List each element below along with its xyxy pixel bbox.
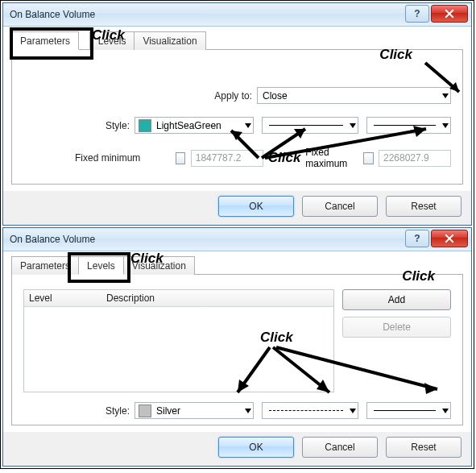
close-button[interactable] [431,5,468,23]
tab-levels[interactable]: Levels [78,256,124,275]
chevron-down-icon [245,123,251,128]
help-button[interactable]: ? [405,5,429,23]
line-width-preview [374,125,436,127]
levels-panel: Click Level Description Add Delete Click… [11,274,463,425]
reset-button[interactable]: Reset [386,196,462,217]
line-width-preview [374,410,436,412]
parameters-panel: Click Apply to: Close Style: LightSeaGre… [11,49,463,185]
tab-visualization[interactable]: Visualization [134,31,205,50]
tab-levels[interactable]: Levels [89,31,135,50]
style-color-name: LightSeaGreen [156,120,221,131]
chevron-down-icon [245,409,251,413]
close-icon [445,9,454,19]
style-color-dropdown[interactable]: LightSeaGreen [135,117,254,134]
fixed-max-label: Fixed maximum [305,147,359,169]
close-icon [445,234,454,243]
apply-to-value: Close [258,90,288,102]
line-style-preview [269,125,343,127]
fixed-min-checkbox[interactable] [176,152,185,164]
button-row: OK Cancel Reset [3,432,471,466]
color-swatch [139,405,151,417]
col-description: Description [106,293,155,304]
style-label: Style: [23,405,135,417]
cancel-button[interactable]: Cancel [302,437,378,458]
cancel-button[interactable]: Cancel [302,196,378,217]
window-title: On Balance Volume [3,9,95,20]
titlebar[interactable]: On Balance Volume ? [3,228,471,251]
apply-to-dropdown[interactable]: Close [257,87,451,104]
chevron-down-icon [350,123,356,128]
chevron-down-icon [442,123,449,128]
style-label: Style: [23,120,135,131]
color-swatch [139,119,151,132]
style-line-dropdown[interactable] [262,117,358,134]
annotation-click-bottom: Click [268,150,301,166]
chevron-down-icon [442,93,449,98]
ok-button[interactable]: OK [218,196,294,217]
reset-button[interactable]: Reset [386,437,462,458]
fixed-min-input[interactable] [191,150,263,167]
close-button[interactable] [431,230,468,247]
delete-button[interactable]: Delete [342,317,451,338]
apply-to-label: Apply to: [23,90,257,102]
chevron-down-icon [350,409,356,413]
line-style-preview [269,410,343,412]
levels-list[interactable]: Level Description [23,289,334,392]
tab-visualization[interactable]: Visualization [123,256,195,275]
add-button[interactable]: Add [342,289,451,310]
tab-parameters[interactable]: Parameters [11,256,79,275]
style-color-name: Silver [156,405,180,417]
tab-bar: Parameters Colors Levels Visualization [11,256,463,275]
style-width-dropdown[interactable] [366,402,451,419]
tab-parameters[interactable]: Parameters [11,31,79,50]
help-button[interactable]: ? [405,230,429,247]
dialog-parameters: On Balance Volume ? Click Parameters Col… [2,2,472,226]
style-color-dropdown[interactable]: Silver [135,402,254,419]
style-line-dropdown[interactable] [262,402,358,419]
col-level: Level [24,293,106,304]
chevron-down-icon [442,409,449,413]
style-width-dropdown[interactable] [366,117,451,134]
dialog-levels: On Balance Volume ? Click Parameters Col… [2,227,472,467]
tab-bar: Parameters Colors Levels Visualization [11,31,463,50]
button-row: OK Cancel Reset [3,191,471,225]
window-title: On Balance Volume [3,234,95,245]
fixed-max-checkbox[interactable] [363,152,373,164]
fixed-max-input[interactable] [379,150,451,167]
fixed-min-label: Fixed minimum [23,152,176,164]
ok-button[interactable]: OK [218,437,294,458]
titlebar[interactable]: On Balance Volume ? [3,3,471,27]
list-header: Level Description [24,290,333,307]
